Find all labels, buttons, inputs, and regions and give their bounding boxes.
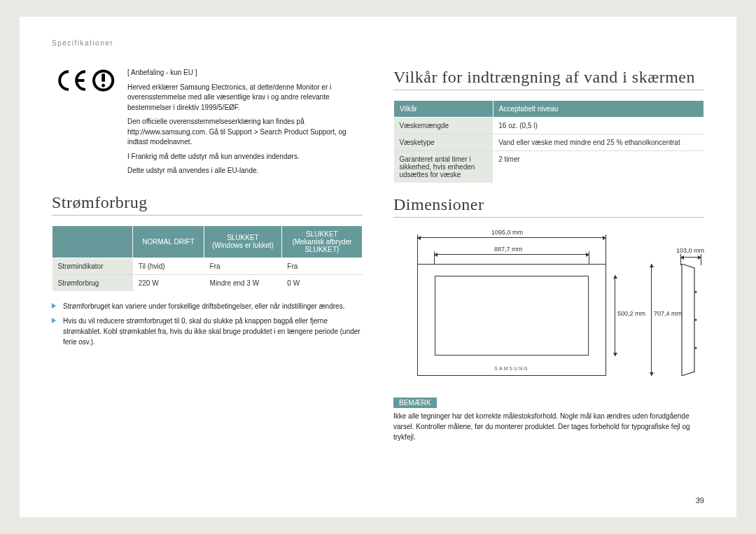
- cell: Fra: [281, 258, 362, 274]
- th-normal: NORMAL DRIFT: [133, 225, 204, 258]
- ce-title: [ Anbefaling - kun EU ]: [127, 68, 363, 78]
- table-row: Væsketype Vand eller væske med mindre en…: [394, 134, 704, 151]
- th-blank: [52, 225, 133, 258]
- dim-arrow-outer-height: [651, 264, 652, 376]
- svg-marker-3: [682, 264, 694, 376]
- dimension-diagram: 1095,0 mm 887,7 mm SAMSUNG 500,2 mm 707,…: [393, 227, 704, 385]
- cell: 16 oz. (0,5 l): [493, 118, 704, 134]
- ce-paragraph: Dette udstyr må anvendes i alle EU-lande…: [127, 166, 363, 176]
- svg-point-4: [695, 291, 697, 293]
- dim-depth: 103,0 mm: [676, 247, 704, 254]
- brand-label: SAMSUNG: [418, 366, 606, 371]
- dim-arrow-depth: [680, 257, 701, 258]
- note-tag: BEMÆRK: [393, 398, 437, 408]
- heading-power: Strømforbrug: [52, 193, 363, 216]
- th-vilkaar: Vilkår: [394, 101, 493, 118]
- svg-point-1: [102, 84, 105, 87]
- ce-paragraph: Herved erklærer Samsung Electronics, at …: [127, 83, 363, 113]
- page-number: 39: [696, 496, 704, 505]
- bullet: Hvis du vil reducere strømforbruget til …: [52, 316, 363, 347]
- dim-arrow-inner-height: [615, 275, 615, 356]
- two-column-layout: [ Anbefaling - kun EU ] Herved erklærer …: [52, 68, 704, 442]
- heading-water: Vilkår for indtrængning af vand i skærme…: [393, 68, 704, 90]
- dim-outer-width: 1095,0 mm: [491, 229, 523, 236]
- power-notes: Strømforbruget kan variere under forskel…: [52, 301, 363, 347]
- cell: Vand eller væske med mindre end 25 % eth…: [493, 134, 704, 151]
- th-off1: SLUKKET (Windows er lukket): [204, 225, 282, 258]
- dim-inner-width: 887,7 mm: [494, 246, 522, 253]
- row-label: Væsketype: [394, 134, 493, 151]
- manual-page: Specifikationer [ Anbefal: [20, 17, 736, 517]
- th-off2: SLUKKET (Mekanisk afbryder SLUKKET): [281, 225, 362, 258]
- ce-text-block: [ Anbefaling - kun EU ] Herved erklærer …: [127, 68, 363, 181]
- left-column: [ Anbefaling - kun EU ] Herved erklærer …: [52, 68, 363, 442]
- table-row: Strømforbrug 220 W Mindre end 3 W 0 W: [52, 274, 363, 291]
- row-label: Væskemængde: [394, 118, 493, 134]
- cell: Fra: [204, 258, 282, 274]
- ce-declaration: [ Anbefaling - kun EU ] Herved erklærer …: [52, 68, 363, 181]
- note-text: Ikke alle tegninger har det korrekte mål…: [393, 411, 704, 442]
- monitor-front-icon: SAMSUNG: [417, 264, 606, 376]
- row-label: Garanteret antal timer i sikkerhed, hvis…: [394, 151, 493, 183]
- th-off2-line1: SLUKKET: [306, 230, 338, 238]
- row-label: Strømforbrug: [52, 274, 133, 291]
- ce-mark-icon: [52, 68, 119, 93]
- cell: 0 W: [281, 274, 362, 291]
- dim-arrow-inner-width: [434, 254, 589, 255]
- table-row: Strømindikator Til (hvid) Fra Fra: [52, 258, 363, 274]
- right-column: Vilkår for indtrængning af vand i skærme…: [393, 68, 704, 442]
- th-off1-line2: (Windows er lukket): [212, 241, 274, 249]
- breadcrumb: Specifikationer: [52, 39, 704, 47]
- svg-point-5: [695, 319, 697, 321]
- ce-paragraph: Den officielle overensstemmelseserklærin…: [127, 117, 363, 148]
- th-off2-line2: (Mekanisk afbryder SLUKKET): [292, 238, 351, 253]
- ce-paragraph: I Frankrig må dette udstyr må kun anvend…: [127, 152, 363, 162]
- monitor-side-icon: [680, 264, 701, 376]
- bullet: Strømforbruget kan variere under forskel…: [52, 301, 363, 311]
- power-table: NORMAL DRIFT SLUKKET (Windows er lukket)…: [52, 225, 363, 291]
- dim-inner-height: 500,2 mm: [617, 310, 645, 317]
- water-table: Vilkår Acceptabelt niveau Væskemængde 16…: [393, 100, 704, 183]
- cell: 2 timer: [493, 151, 704, 183]
- row-label: Strømindikator: [52, 258, 133, 274]
- th-off1-line1: SLUKKET: [227, 234, 259, 241]
- table-row: Væskemængde 16 oz. (0,5 l): [394, 118, 704, 134]
- cell: Til (hvid): [133, 258, 204, 274]
- dim-arrow-outer-width: [417, 237, 606, 238]
- table-row: Garanteret antal timer i sikkerhed, hvis…: [394, 151, 704, 183]
- cell: 220 W: [133, 274, 204, 291]
- dim-outer-height: 707,4 mm: [654, 310, 682, 317]
- heading-dimensions: Dimensioner: [393, 195, 704, 218]
- svg-rect-2: [102, 73, 105, 81]
- cell: Mindre end 3 W: [204, 274, 282, 291]
- svg-point-6: [695, 347, 697, 349]
- th-acceptable: Acceptabelt niveau: [493, 101, 704, 118]
